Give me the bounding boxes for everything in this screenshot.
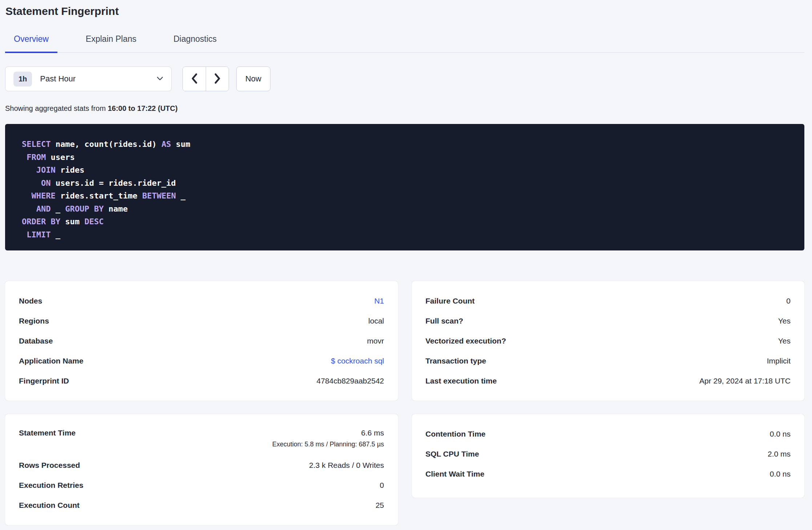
stat-label: Full scan? <box>426 317 463 325</box>
statement-timing-card: Statement Time6.6 msExecution: 5.8 ms / … <box>5 414 398 525</box>
stat-row: Failure Count0 <box>426 291 791 311</box>
sql-keyword: LIMIT <box>27 230 51 239</box>
stat-row: Execution Count25 <box>19 495 384 515</box>
next-interval-button[interactable] <box>206 67 229 91</box>
stat-value: 0.0 ns <box>770 430 791 438</box>
stat-row: SQL CPU Time2.0 ms <box>426 444 791 464</box>
stat-row: Contention Time0.0 ns <box>426 424 791 444</box>
time-controls: 1h Past Hour Now <box>5 67 804 91</box>
sql-text: _ <box>51 230 60 239</box>
sql-text <box>22 204 36 213</box>
stat-row: Fingerprint ID4784cb829aab2542 <box>19 371 384 391</box>
time-range-select[interactable]: 1h Past Hour <box>5 67 172 91</box>
stat-label: Vectorized execution? <box>426 337 506 345</box>
stat-value: local <box>368 317 384 325</box>
sql-keyword: ORDER BY <box>22 217 60 226</box>
stat-value: Implicit <box>767 357 791 365</box>
stat-row: Databasemovr <box>19 331 384 351</box>
chevron-right-icon <box>214 73 221 85</box>
tab-explain-plans[interactable]: Explain Plans <box>77 34 145 53</box>
stat-row: Regionslocal <box>19 311 384 331</box>
tab-diagnostics[interactable]: Diagnostics <box>165 34 225 53</box>
now-button[interactable]: Now <box>236 67 270 91</box>
execution-attributes-card: Failure Count0Full scan?YesVectorized ex… <box>412 281 805 401</box>
stat-label: Failure Count <box>426 297 475 305</box>
sql-line: ORDER BY sum DESC <box>22 215 788 228</box>
sql-text: _ <box>51 204 65 213</box>
chevron-down-icon <box>157 76 163 82</box>
stat-label: Client Wait Time <box>426 470 485 478</box>
stat-row: Application Name$ cockroach sql <box>19 351 384 371</box>
sql-line: JOIN rides <box>22 164 788 177</box>
sql-text <box>22 230 27 239</box>
stat-row: Client Wait Time0.0 ns <box>426 464 791 484</box>
stat-label: Nodes <box>19 297 42 305</box>
sql-text: name <box>104 204 128 213</box>
stat-row: Full scan?Yes <box>426 311 791 331</box>
stat-value: 0 <box>786 297 791 305</box>
sql-keyword: JOIN <box>36 165 56 174</box>
stat-label: Contention Time <box>426 430 486 438</box>
stat-label: Transaction type <box>426 357 486 365</box>
interval-arrow-group <box>182 67 229 91</box>
stat-row: Execution Retries0 <box>19 475 384 495</box>
sql-keyword: DESC <box>84 217 104 226</box>
sql-line: LIMIT _ <box>22 228 788 241</box>
stat-label: Last execution time <box>426 377 497 385</box>
stat-label: Statement Time <box>19 429 76 437</box>
tab-diagnostics-label: Diagnostics <box>173 34 217 44</box>
stat-label: Rows Processed <box>19 461 80 470</box>
stat-value: 0 <box>380 481 384 490</box>
stat-value: 2.0 ms <box>768 450 791 458</box>
sql-text <box>22 165 36 174</box>
sql-text <box>22 178 41 188</box>
stat-label: Database <box>19 337 53 345</box>
sql-text: name, count(rides.id) <box>51 140 161 149</box>
sql-keyword: AS <box>161 140 171 149</box>
stat-value: Yes <box>778 337 791 345</box>
sql-keyword: ON <box>41 178 51 188</box>
stat-subvalue: Execution: 5.8 ms / Planning: 687.5 µs <box>272 441 384 448</box>
tab-explain-plans-label: Explain Plans <box>86 34 136 44</box>
stat-row: Rows Processed2.3 k Reads / 0 Writes <box>19 455 384 475</box>
statement-details-card: NodesN1RegionslocalDatabasemovrApplicati… <box>5 281 398 401</box>
tab-bar: Overview Explain Plans Diagnostics <box>5 34 804 53</box>
aggregated-stats-note-prefix: Showing aggregated stats from <box>5 104 108 112</box>
sql-text <box>22 153 27 162</box>
sql-statement-box: SELECT name, count(rides.id) AS sum FROM… <box>5 124 804 250</box>
stat-value: 4784cb829aab2542 <box>317 377 384 385</box>
aggregated-stats-range: 16:00 to 17:22 (UTC) <box>108 104 177 112</box>
stat-value: 25 <box>375 501 384 510</box>
previous-interval-button[interactable] <box>183 67 206 91</box>
tab-overview-label: Overview <box>14 34 49 44</box>
stat-label: Execution Count <box>19 501 80 510</box>
stat-row: Transaction typeImplicit <box>426 351 791 371</box>
stat-value: Apr 29, 2024 at 17:18 UTC <box>699 377 791 385</box>
stat-value-link[interactable]: N1 <box>374 297 384 305</box>
sql-text: rides <box>56 165 84 174</box>
sql-keyword: BETWEEN <box>142 191 176 200</box>
page-title: Statement Fingerprint <box>5 5 804 17</box>
stat-label: Execution Retries <box>19 481 83 490</box>
sql-text: _ <box>176 191 186 200</box>
chevron-left-icon <box>191 73 198 85</box>
wait-time-card: Contention Time0.0 nsSQL CPU Time2.0 msC… <box>412 414 805 498</box>
sql-text <box>22 191 32 200</box>
sql-line: AND _ GROUP BY name <box>22 202 788 216</box>
stat-value: 6.6 ms <box>361 429 384 437</box>
tab-overview[interactable]: Overview <box>5 34 57 53</box>
sql-keyword: GROUP BY <box>65 204 104 213</box>
stat-row: Last execution timeApr 29, 2024 at 17:18… <box>426 371 791 391</box>
stat-label: Regions <box>19 317 49 325</box>
stat-value-link[interactable]: $ cockroach sql <box>331 357 384 365</box>
sql-line: ON users.id = rides.rider_id <box>22 177 788 190</box>
sql-text: rides.start_time <box>56 191 142 200</box>
sql-statement-code: SELECT name, count(rides.id) AS sum FROM… <box>22 138 788 241</box>
aggregated-stats-note: Showing aggregated stats from 16:00 to 1… <box>5 104 804 113</box>
statement-fingerprint-page: Statement Fingerprint Overview Explain P… <box>0 0 812 525</box>
stat-row: NodesN1 <box>19 291 384 311</box>
sql-line: FROM users <box>22 151 788 164</box>
stat-label: SQL CPU Time <box>426 450 479 458</box>
time-range-label: Past Hour <box>40 74 157 84</box>
sql-keyword: AND <box>36 204 51 213</box>
